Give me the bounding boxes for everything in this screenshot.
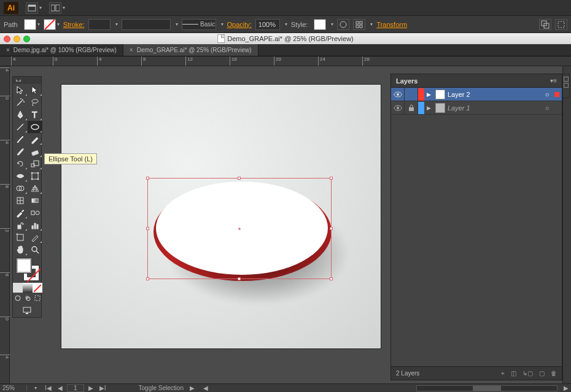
color-mode-row[interactable] bbox=[13, 283, 42, 293]
status-menu-arrow[interactable]: ▶ bbox=[190, 385, 195, 391]
ruler-horizontal[interactable]: 4 0 4 8 12 16 20 24 28 bbox=[0, 56, 571, 66]
visibility-toggle[interactable] bbox=[391, 101, 405, 114]
target-icon[interactable]: ○ bbox=[542, 104, 552, 112]
slice-tool[interactable] bbox=[28, 231, 42, 244]
opacity-panel-link[interactable]: Opacity: bbox=[227, 21, 252, 28]
brush-definition[interactable]: Basic bbox=[182, 19, 216, 30]
mesh-tool[interactable] bbox=[13, 194, 28, 207]
stroke-weight-field[interactable] bbox=[88, 19, 111, 30]
close-icon[interactable]: × bbox=[6, 47, 10, 53]
eraser-tool[interactable] bbox=[28, 145, 42, 158]
doc-layout-menu[interactable]: ▾ bbox=[26, 2, 42, 13]
layer-name[interactable]: Layer 2 bbox=[448, 91, 542, 98]
lock-toggle[interactable] bbox=[405, 101, 418, 114]
perspective-grid-tool[interactable] bbox=[28, 182, 42, 194]
ellipse-tool[interactable] bbox=[28, 121, 42, 133]
variable-width-profile[interactable] bbox=[122, 19, 171, 30]
scale-tool[interactable] bbox=[28, 158, 42, 170]
line-segment-tool[interactable] bbox=[13, 121, 28, 133]
symbol-sprayer-tool[interactable] bbox=[13, 219, 28, 231]
locate-object-icon[interactable]: ⌖ bbox=[501, 370, 505, 377]
shape-builder-tool[interactable] bbox=[13, 182, 28, 194]
screen-mode-button[interactable] bbox=[13, 304, 42, 317]
pen-tool[interactable] bbox=[13, 109, 28, 121]
selection-bounding-box[interactable] bbox=[147, 178, 332, 279]
magic-wand-tool[interactable] bbox=[13, 96, 28, 109]
close-icon[interactable]: × bbox=[130, 47, 133, 53]
next-artboard-button[interactable]: ▶ bbox=[87, 385, 95, 391]
first-artboard-button[interactable]: I◀ bbox=[43, 385, 53, 391]
scroll-right-button[interactable]: ▶ bbox=[564, 385, 569, 391]
isolate-button[interactable] bbox=[539, 19, 551, 30]
scrollbar-horizontal[interactable] bbox=[416, 385, 557, 391]
arrange-menu[interactable]: ▾ bbox=[49, 2, 65, 13]
window-minimize-button[interactable] bbox=[14, 36, 20, 42]
dock-icon[interactable] bbox=[564, 77, 569, 82]
transform-panel-link[interactable]: Transform bbox=[376, 21, 407, 28]
layer-name[interactable]: Layer 1 bbox=[448, 104, 542, 112]
width-tool[interactable] bbox=[13, 170, 28, 182]
column-graph-tool[interactable] bbox=[28, 219, 42, 231]
blend-tool[interactable] bbox=[28, 207, 42, 219]
last-artboard-button[interactable]: ▶I bbox=[98, 385, 108, 391]
layers-panel-footer: 2 Layers ⌖ ◫ ↳▢ ▢ 🗑 bbox=[391, 366, 562, 380]
stroke-swatch[interactable] bbox=[44, 19, 56, 30]
align-panel-button[interactable] bbox=[353, 19, 365, 30]
scroll-left-button[interactable]: ◀ bbox=[203, 385, 208, 391]
stroke-panel-link[interactable]: Stroke: bbox=[63, 21, 85, 28]
blob-brush-tool[interactable] bbox=[13, 145, 28, 158]
color-mode-solid[interactable] bbox=[13, 283, 23, 293]
direct-selection-tool[interactable] bbox=[28, 84, 42, 96]
eyedropper-tool[interactable] bbox=[13, 207, 28, 219]
draw-normal[interactable] bbox=[13, 293, 23, 304]
opacity-field[interactable]: 100% bbox=[255, 19, 280, 30]
select-similar-button[interactable] bbox=[555, 19, 567, 30]
artboard-tool[interactable] bbox=[13, 231, 28, 244]
new-sublayer-icon[interactable]: ↳▢ bbox=[522, 370, 533, 377]
panel-grip[interactable] bbox=[13, 77, 41, 84]
dock-icon[interactable] bbox=[564, 83, 569, 88]
paintbrush-tool[interactable] bbox=[13, 133, 28, 145]
new-layer-icon[interactable]: ▢ bbox=[539, 370, 545, 377]
pencil-tool[interactable] bbox=[28, 133, 42, 145]
layers-panel-tab[interactable]: Layers bbox=[396, 77, 418, 85]
hand-tool[interactable] bbox=[13, 244, 28, 256]
expand-icon[interactable]: ▶ bbox=[424, 91, 433, 98]
target-icon[interactable]: ○ bbox=[542, 91, 552, 98]
graphic-style-swatch[interactable] bbox=[314, 19, 326, 30]
expand-icon[interactable]: ▶ bbox=[424, 105, 433, 111]
layer-row[interactable]: ▶ Layer 2 ○ bbox=[391, 88, 562, 101]
lasso-tool[interactable] bbox=[28, 96, 42, 109]
fill-indicator[interactable] bbox=[17, 258, 31, 273]
fill-swatch[interactable] bbox=[24, 19, 36, 30]
draw-behind[interactable] bbox=[23, 293, 33, 304]
recolor-artwork-button[interactable] bbox=[337, 19, 349, 30]
layer-row[interactable]: ▶ Layer 1 ○ bbox=[391, 101, 562, 115]
zoom-level-field[interactable]: 25% bbox=[2, 385, 27, 391]
document-tab[interactable]: × Demo.jpg.ai* @ 100% (RGB/Preview) bbox=[0, 44, 123, 56]
color-mode-none[interactable] bbox=[33, 283, 42, 293]
visibility-toggle[interactable] bbox=[391, 88, 405, 101]
prev-artboard-button[interactable]: ◀ bbox=[56, 385, 64, 391]
draw-inside[interactable] bbox=[33, 293, 42, 304]
window-zoom-button[interactable] bbox=[23, 36, 30, 42]
scrollbar-vertical[interactable] bbox=[562, 66, 571, 383]
free-transform-tool[interactable] bbox=[28, 170, 42, 182]
window-close-button[interactable] bbox=[4, 36, 10, 42]
selection-tool[interactable] bbox=[13, 84, 28, 96]
document-tab[interactable]: × Demo_GRAPE.ai* @ 25% (RGB/Preview) bbox=[123, 44, 258, 56]
color-mode-gradient[interactable] bbox=[23, 283, 33, 293]
artboard-number-field[interactable]: 1 bbox=[67, 384, 84, 392]
type-tool[interactable]: T bbox=[28, 109, 42, 121]
lock-toggle[interactable] bbox=[405, 88, 418, 101]
drawing-modes[interactable] bbox=[13, 293, 42, 304]
ruler-vertical[interactable]: 4 0 4 8 2 6 0 4 bbox=[0, 66, 10, 383]
rotate-tool[interactable] bbox=[13, 158, 28, 170]
fill-stroke-indicator[interactable] bbox=[13, 256, 42, 283]
delete-layer-icon[interactable]: 🗑 bbox=[551, 370, 557, 377]
panel-menu-icon[interactable]: ▾≡ bbox=[550, 77, 557, 84]
gradient-tool[interactable] bbox=[28, 194, 42, 207]
zoom-tool[interactable] bbox=[28, 244, 42, 256]
make-clipping-mask-icon[interactable]: ◫ bbox=[511, 370, 516, 377]
collapsed-dock[interactable] bbox=[562, 74, 570, 98]
